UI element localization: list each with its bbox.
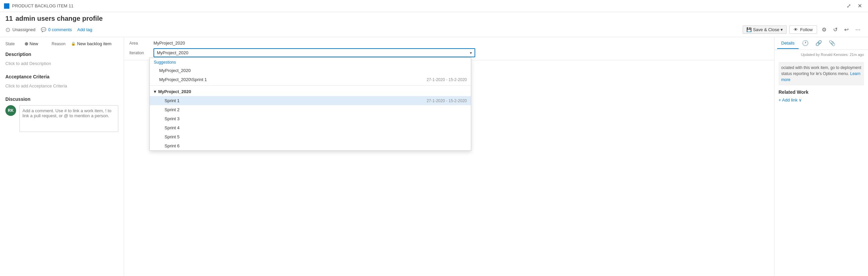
area-value: MyProject_2020 xyxy=(154,40,185,45)
iteration-label: Iteration xyxy=(129,50,150,55)
title-bar-right: ⤢ ✕ xyxy=(844,2,864,10)
state-dot xyxy=(25,42,28,45)
related-work-title: Related Work xyxy=(778,90,864,95)
assignee-label: Unassigned xyxy=(12,27,35,32)
reason-field: Reason 🔒 New backlog item xyxy=(52,41,112,46)
collapse-icon: ▾ xyxy=(154,89,156,94)
right-panel-header: Details 🕐 🔗 📎 xyxy=(775,37,868,50)
suggestion-myproject[interactable]: MyProject_2020 xyxy=(150,66,471,75)
info-text: ociated with this work item, go to deplo… xyxy=(781,65,861,76)
title-bar-title: PRODUCT BACKLOG ITEM 11 xyxy=(12,3,73,8)
settings-button[interactable]: ⚙ xyxy=(820,25,829,34)
iteration-row: Iteration MyProject_2020 ▾ xyxy=(129,48,769,57)
sprint-5-label: Sprint 5 xyxy=(164,134,180,139)
area-label: Area xyxy=(129,41,150,45)
refresh-button[interactable]: ↺ xyxy=(831,25,839,34)
acceptance-criteria-section: Acceptance Criteria Click to add Accepta… xyxy=(5,74,118,90)
section-myproject-2020[interactable]: ▾ MyProject_2020 xyxy=(150,87,471,96)
sprint-6-label: Sprint 6 xyxy=(164,143,180,148)
iteration-container: Iteration MyProject_2020 ▾ Suggestions M… xyxy=(124,45,774,60)
attachments-tab[interactable]: 📎 xyxy=(826,37,839,49)
description-section: Description Click to add Description xyxy=(5,51,118,67)
save-close-button[interactable]: 💾 Save & Close ▾ xyxy=(743,26,787,34)
sprint-3-item[interactable]: Sprint 3 xyxy=(150,114,471,123)
sprint-1-date: 27-1-2020 - 15-2-2020 xyxy=(427,99,467,103)
reason-value: 🔒 New backlog item xyxy=(71,41,112,46)
suggestion-sprint1[interactable]: MyProject_2020\Sprint 1 27-1-2020 - 15-2… xyxy=(150,75,471,84)
title-bar: PRODUCT BACKLOG ITEM 11 ⤢ ✕ xyxy=(0,0,868,12)
reason-label: Reason xyxy=(52,41,68,46)
product-backlog-icon xyxy=(4,3,9,9)
description-title: Description xyxy=(5,51,118,57)
state-reason-row: State New Reason 🔒 New backlog item xyxy=(5,41,118,46)
area-row: Area MyProject_2020 xyxy=(124,37,774,45)
suggestions-label: Suggestions xyxy=(150,58,471,66)
comment-row: RK xyxy=(5,105,118,132)
main-content: State New Reason 🔒 New backlog item Desc… xyxy=(0,37,868,276)
suggestion-myproject-label: MyProject_2020 xyxy=(159,68,191,73)
links-tab[interactable]: 🔗 xyxy=(812,37,826,49)
acceptance-criteria-title: Acceptance Criteria xyxy=(5,74,118,79)
save-dropdown-arrow[interactable]: ▾ xyxy=(780,27,783,32)
iteration-dropdown: Suggestions MyProject_2020 MyProject_202… xyxy=(150,58,471,151)
iteration-select[interactable]: MyProject_2020 ▾ xyxy=(154,48,475,57)
section-label: MyProject_2020 xyxy=(158,89,191,94)
suggestion-sprint1-label: MyProject_2020\Sprint 1 xyxy=(159,77,207,82)
follow-label: Follow xyxy=(800,27,813,32)
acceptance-criteria-placeholder[interactable]: Click to add Acceptance Criteria xyxy=(5,82,118,90)
related-work-section: Related Work + Add link ∨ xyxy=(778,90,864,103)
left-panel: State New Reason 🔒 New backlog item Desc… xyxy=(0,37,124,276)
item-number: 11 xyxy=(5,15,13,23)
work-item-title-row: 11 admin users change profile xyxy=(5,15,863,23)
lock-icon: 🔒 xyxy=(71,41,76,46)
title-bar-left: PRODUCT BACKLOG ITEM 11 xyxy=(4,3,73,9)
history-tab[interactable]: 🕐 xyxy=(799,37,812,49)
comments-button[interactable]: 💬 0 comments xyxy=(41,27,72,32)
header-meta: ⊙ Unassigned 💬 0 comments Add tag 💾 Save… xyxy=(5,25,863,37)
save-icon: 💾 xyxy=(746,27,752,32)
comment-input[interactable] xyxy=(20,105,118,132)
sprint-6-item[interactable]: Sprint 6 xyxy=(150,141,471,150)
state-field: State New xyxy=(5,41,38,46)
item-title: admin users change profile xyxy=(16,15,102,23)
iteration-select-value: MyProject_2020 xyxy=(157,50,470,55)
description-placeholder[interactable]: Click to add Description xyxy=(5,60,118,67)
sprint-1-item[interactable]: Sprint 1 27-1-2020 - 15-2-2020 xyxy=(150,96,471,105)
more-button[interactable]: ⋯ xyxy=(853,25,863,34)
comment-icon: 💬 xyxy=(41,27,46,32)
person-icon: ⊙ xyxy=(5,26,10,34)
dropdown-divider xyxy=(150,85,471,86)
info-box: ociated with this work item, go to deplo… xyxy=(778,62,864,85)
sprint-2-item[interactable]: Sprint 2 xyxy=(150,105,471,114)
state-text: New xyxy=(30,41,38,46)
sprint-4-item[interactable]: Sprint 4 xyxy=(150,123,471,132)
suggestion-sprint1-date: 27-1-2020 - 15-2-2020 xyxy=(427,77,467,82)
eye-icon: 👁 xyxy=(794,27,798,32)
expand-button[interactable]: ⤢ xyxy=(844,2,853,10)
assignee-field[interactable]: ⊙ Unassigned xyxy=(5,26,35,34)
chevron-down-icon: ▾ xyxy=(470,50,472,55)
header-actions: 💾 Save & Close ▾ 👁 Follow ⚙ ↺ ↩ ⋯ xyxy=(743,25,863,34)
save-close-label: Save & Close xyxy=(753,27,779,32)
right-panel-tabs: Details 🕐 🔗 📎 xyxy=(777,37,839,49)
state-label: State xyxy=(5,41,22,46)
right-panel-content: ociated with this work item, go to deplo… xyxy=(775,59,868,105)
reason-text: New backlog item xyxy=(77,41,112,46)
sprint-3-label: Sprint 3 xyxy=(164,116,180,121)
details-tab[interactable]: Details xyxy=(777,38,799,49)
add-tag-button[interactable]: Add tag xyxy=(77,27,92,32)
sprint-5-item[interactable]: Sprint 5 xyxy=(150,132,471,141)
undo-button[interactable]: ↩ xyxy=(842,25,850,34)
middle-panel: Area MyProject_2020 Iteration MyProject_… xyxy=(124,37,774,276)
work-item-header: 11 admin users change profile ⊙ Unassign… xyxy=(0,12,868,37)
right-panel: Details 🕐 🔗 📎 Updated by Ronald Kerssies… xyxy=(774,37,868,276)
sprint-1-label: Sprint 1 xyxy=(164,98,180,103)
comments-count: 0 comments xyxy=(48,27,72,32)
state-value: New xyxy=(25,41,38,46)
close-button[interactable]: ✕ xyxy=(856,2,864,10)
user-avatar: RK xyxy=(5,105,16,116)
add-link-button[interactable]: + Add link ∨ xyxy=(778,98,802,103)
follow-button[interactable]: 👁 Follow xyxy=(789,26,817,34)
discussion-title: Discussion xyxy=(5,97,118,102)
discussion-section: Discussion RK xyxy=(5,97,118,132)
